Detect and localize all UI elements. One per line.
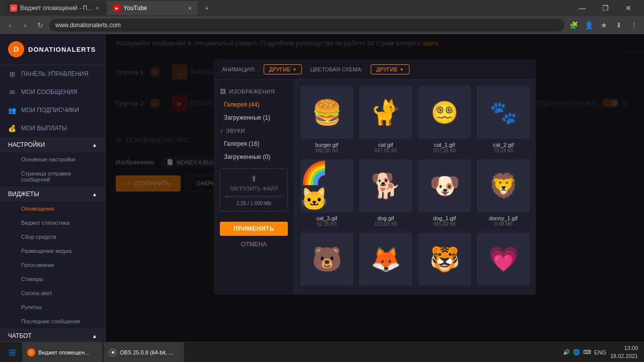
close-button[interactable]: ✕ [617, 0, 640, 16]
chatbot-section[interactable]: ЧАТБОТ ▲ [0, 328, 105, 342]
tab-alerts[interactable]: D Виджет оповещений - П... ✕ [4, 1, 105, 15]
image-card-dog[interactable]: 🐕 dog.gif 133,03 Кб [359, 159, 412, 227]
download-button[interactable]: ⬇ [613, 19, 625, 31]
start-button[interactable]: ⊞ [2, 342, 22, 363]
sidebar-sub-fundraiser[interactable]: Сбор средств [0, 230, 105, 244]
refresh-button[interactable]: ↻ [34, 19, 46, 31]
logo-icon: D [8, 41, 24, 57]
profile-button[interactable]: 👤 [583, 19, 595, 31]
payouts-icon: 💰 [8, 124, 16, 132]
animation-dropdown[interactable]: ДРУГИЕ ▼ [264, 64, 302, 74]
taskbar: ⊞ D Виджет оповещен... ◉ OBS 25.0.8 (64-… [0, 342, 644, 362]
sidebar-item-panel[interactable]: ⊞ ПАНЕЛЬ УПРАВЛЕНИЯ [0, 65, 105, 83]
tab-youtube[interactable]: ▶ YouTube ✕ [107, 1, 198, 15]
modal-sidebar: 🖼 ИЗОБРАЖЕНИЯ Галерея (44) Загруженные (… [214, 80, 294, 295]
color-scheme-dropdown[interactable]: ДРУГИЕ ▼ [371, 64, 410, 74]
image-card-cat3[interactable]: 🌈🐱 cat_3.gif 62,35 Кб [300, 159, 353, 227]
sidebar-sub-last-messages[interactable]: Последние сообщения [0, 314, 105, 328]
minimize-button[interactable]: — [571, 0, 594, 16]
image-card-bear1[interactable]: 🐻 [300, 233, 353, 289]
dog1-thumb: 🐶 [418, 159, 471, 212]
sidebar-item-messages[interactable]: ✉ МОИ СООБЩЕНИЯ [0, 83, 105, 101]
upload-area[interactable]: ⬆ ЗАГРУЗИТЬ ФАЙЛ 2,35 / 1 000 Mb [220, 168, 288, 212]
clock-time: 13:00 [610, 344, 638, 352]
maximize-button[interactable]: ❐ [594, 0, 617, 16]
main-content: Уссиурийск сообщений в специальный разде… [106, 34, 644, 342]
burger-size: 842,50 Кб [315, 148, 338, 153]
sidebar-sub-stickers[interactable]: Стикеры [0, 272, 105, 286]
sidebar-sub-stats[interactable]: Виджет статистика [0, 216, 105, 230]
bear3-thumb: 🐯 [418, 233, 471, 286]
sound-icon[interactable]: 🔊 [563, 349, 570, 355]
cat-thumb: 🐈 [359, 86, 412, 139]
browser-controls: ‹ › ↻ 🧩 👤 ★ ⬇ ⋮ [0, 16, 644, 34]
animation-arrow-icon: ▼ [292, 67, 296, 72]
new-tab-button[interactable]: + [200, 1, 214, 15]
apply-button[interactable]: ПРИМЕНИТЬ [220, 222, 288, 236]
widgets-label: ВИДЖЕТЫ [8, 191, 39, 198]
gallery-item[interactable]: Галерея (44) [214, 98, 294, 111]
donny1-thumb: 🦁 [477, 159, 530, 212]
logo-text: DONATIONALERTS [28, 46, 96, 53]
keyboard-icon[interactable]: ⌨ [583, 349, 591, 355]
chatbot-expand-icon: ▲ [92, 333, 97, 339]
clock[interactable]: 13:00 18.02.2021 [610, 344, 638, 360]
menu-button[interactable]: ⋮ [628, 19, 640, 31]
animation-value: ДРУГИЕ [269, 66, 291, 72]
sidebar-sub-alerts[interactable]: Оповещения [0, 202, 105, 216]
image-grid: 🍔 burger.gif 842,50 Кб 🐈 cat.gif 44 [294, 80, 536, 295]
taskbar-item-obs[interactable]: ◉ OBS 25.0.8 (64-bit, ... [104, 342, 184, 363]
cat1-size: 207,25 Кб [433, 148, 456, 153]
sidebar-sub-media[interactable]: Размещение медиа [0, 244, 105, 258]
image-card-cat2[interactable]: 🐾 cat_2.gif 73,24 Кб [477, 86, 530, 153]
modal-actions: ПРИМЕНИТЬ ОТМЕНА [214, 217, 294, 255]
sidebar-item-subscribers[interactable]: 👥 МОИ ПОДПИСЧИКИ [0, 101, 105, 119]
language-label[interactable]: ENG [594, 349, 606, 355]
sidebar-sub-basic[interactable]: Основные настройки [0, 152, 105, 166]
taskbar-obs-icon: ◉ [109, 348, 117, 356]
sidebar-sub-roulette[interactable]: Рулетка [0, 300, 105, 314]
bear1-thumb: 🐻 [300, 233, 353, 286]
widgets-section[interactable]: ВИДЖЕТЫ ▲ [0, 187, 105, 202]
forward-button[interactable]: › [19, 19, 31, 31]
tab-favicon-youtube: ▶ [113, 5, 120, 12]
network-icon[interactable]: 🌐 [573, 349, 580, 355]
sounds-gallery-item[interactable]: Галерея (16) [214, 137, 294, 150]
payouts-label: МОИ ВЫПЛАТЫ [21, 125, 67, 132]
image-card-cat1[interactable]: 😵‍💫 cat_1.gif 207,25 Кб [418, 86, 471, 153]
dog-name: dog.gif [377, 215, 394, 221]
tab-close-youtube[interactable]: ✕ [188, 6, 192, 11]
settings-label: НАСТРОЙКИ [8, 141, 45, 148]
image-card-bear3[interactable]: 🐯 [418, 233, 471, 289]
cancel-button[interactable]: ОТМЕНА [220, 239, 288, 250]
sidebar-sub-send-page[interactable]: Страница отправки сообщений [0, 166, 105, 187]
extensions-button[interactable]: 🧩 [568, 19, 580, 31]
taskbar-item-alerts[interactable]: D Виджет оповещен... [22, 342, 103, 363]
bookmark-button[interactable]: ★ [598, 19, 610, 31]
back-button[interactable]: ‹ [4, 19, 16, 31]
settings-section[interactable]: НАСТРОЙКИ ▲ [0, 137, 105, 152]
image-card-dog1[interactable]: 🐶 dog_1.gif 685,42 Кб [418, 159, 471, 227]
uploaded-item[interactable]: Загруженные (1) [214, 111, 294, 124]
color-scheme-arrow-icon: ▼ [400, 67, 404, 72]
taskbar-obs-label: OBS 25.0.8 (64-bit, ... [120, 349, 173, 355]
images-section-icon: 🖼 [220, 88, 226, 95]
sounds-uploaded-item[interactable]: Загруженные (0) [214, 150, 294, 163]
image-card-heart[interactable]: 💗 [477, 233, 530, 289]
image-card-bear2[interactable]: 🦊 [359, 233, 412, 289]
subscribers-label: МОИ ПОДПИСЧИКИ [21, 107, 79, 114]
tab-close-alerts[interactable]: ✕ [95, 6, 99, 11]
sidebar-sub-voting[interactable]: Голосования [0, 258, 105, 272]
sidebar-item-payouts[interactable]: 💰 МОИ ВЫПЛАТЫ [0, 119, 105, 137]
image-card-donny1[interactable]: 🦁 donny_1.gif 3,48 Мб [477, 159, 530, 227]
cat2-thumb: 🐾 [477, 86, 530, 139]
progress-text: 2,35 / 1 000 Mb [236, 201, 272, 206]
image-card-burger[interactable]: 🍔 burger.gif 842,50 Кб [300, 86, 353, 153]
subscribers-icon: 👥 [8, 106, 16, 114]
sidebar-sub-corona[interactable]: Corona alert [0, 286, 105, 300]
image-card-cat[interactable]: 🐈 cat.gif 447,05 Кб [359, 86, 412, 153]
tab-label-alerts: Виджет оповещений - П... [20, 5, 92, 12]
cat1-thumb: 😵‍💫 [418, 86, 471, 139]
system-tray: 🔊 🌐 ⌨ ENG [563, 349, 606, 355]
address-bar[interactable] [49, 19, 565, 32]
